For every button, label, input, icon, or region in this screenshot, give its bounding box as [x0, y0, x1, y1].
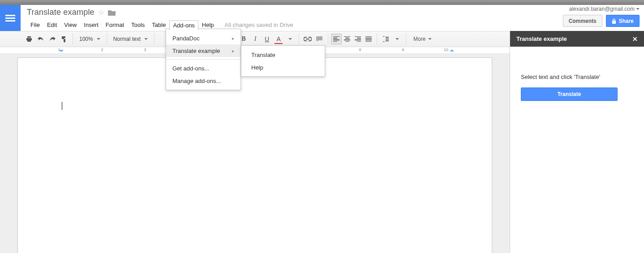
account-menu[interactable]: alexandr.baran@gmail.com	[569, 6, 640, 12]
line-spacing-caret[interactable]	[391, 33, 403, 45]
window-chrome-bar	[0, 0, 644, 5]
workspace	[0, 54, 510, 253]
insert-comment-icon[interactable]	[313, 33, 325, 45]
submenu-arrow-icon: ▸	[232, 36, 234, 41]
redo-icon[interactable]	[47, 33, 58, 45]
paragraph-style-select[interactable]: Normal text	[110, 36, 151, 42]
underline-icon[interactable]: U	[261, 33, 273, 45]
menu-edit[interactable]: Edit	[43, 20, 60, 30]
star-icon[interactable]: ☆	[98, 8, 104, 17]
align-justify-icon[interactable]	[363, 34, 374, 44]
menu-insert[interactable]: Insert	[80, 20, 102, 30]
addons-dropdown: PandaDoc ▸ Translate example ▸ Get add-o…	[166, 29, 241, 90]
addons-item-pandadoc[interactable]: PandaDoc ▸	[166, 32, 240, 44]
save-status: All changes saved in Drive	[225, 22, 293, 28]
submenu-item-help[interactable]: Help	[241, 61, 325, 74]
submenu-item-translate[interactable]: Translate	[241, 48, 325, 61]
menu-addons[interactable]: Add-ons	[169, 20, 198, 30]
sidebar-title: Translate example	[516, 35, 567, 42]
addons-item-manage-addons[interactable]: Manage add-ons...	[166, 74, 240, 87]
user-email-label: alexandr.baran@gmail.com	[569, 6, 635, 12]
align-left-icon[interactable]	[331, 34, 342, 44]
translate-button[interactable]: Translate	[521, 87, 618, 101]
print-icon[interactable]	[23, 33, 35, 45]
lock-icon	[612, 18, 616, 24]
menu-tools[interactable]: Tools	[128, 20, 148, 30]
comments-button[interactable]: Comments	[563, 15, 602, 27]
paint-format-icon[interactable]	[58, 33, 70, 45]
dropdown-separator	[166, 59, 240, 60]
align-center-icon[interactable]	[342, 34, 352, 44]
text-cursor	[62, 102, 62, 110]
line-spacing-icon[interactable]	[380, 33, 391, 45]
text-color-caret[interactable]	[284, 33, 296, 45]
text-color-icon[interactable]: A	[273, 33, 284, 45]
submenu-arrow-icon: ▸	[232, 48, 234, 53]
menu-format[interactable]: Format	[102, 20, 128, 30]
translate-example-submenu: Translate Help	[241, 45, 325, 77]
zoom-select[interactable]: 100%	[76, 36, 104, 42]
close-icon[interactable]: ✕	[632, 35, 638, 43]
sidebar-panel: Translate example ✕ Select text and clic…	[510, 31, 644, 253]
menu-file[interactable]: File	[27, 20, 43, 30]
insert-link-icon[interactable]	[302, 33, 313, 45]
folder-icon[interactable]	[108, 9, 116, 16]
caret-down-icon	[636, 8, 640, 12]
italic-icon[interactable]: I	[249, 33, 261, 45]
document-title[interactable]: Translate example	[27, 8, 94, 17]
addons-item-translate-example[interactable]: Translate example ▸	[166, 44, 240, 57]
sidebar-instruction: Select text and click 'Translate'	[521, 74, 633, 80]
undo-icon[interactable]	[35, 33, 47, 45]
docs-home-icon[interactable]	[0, 5, 21, 31]
header: Translate example ☆ File Edit View Inser…	[0, 5, 644, 31]
more-button[interactable]: More	[409, 36, 436, 42]
menu-bar: File Edit View Insert Format Tools Table…	[27, 20, 644, 30]
document-page[interactable]	[17, 57, 492, 253]
menu-view[interactable]: View	[60, 20, 80, 30]
indent-end-icon[interactable]	[450, 47, 454, 52]
addons-item-get-addons[interactable]: Get add-ons...	[166, 62, 240, 74]
share-button[interactable]: Share	[606, 15, 640, 27]
sidebar-header: Translate example ✕	[510, 31, 644, 47]
align-right-icon[interactable]	[352, 34, 363, 44]
